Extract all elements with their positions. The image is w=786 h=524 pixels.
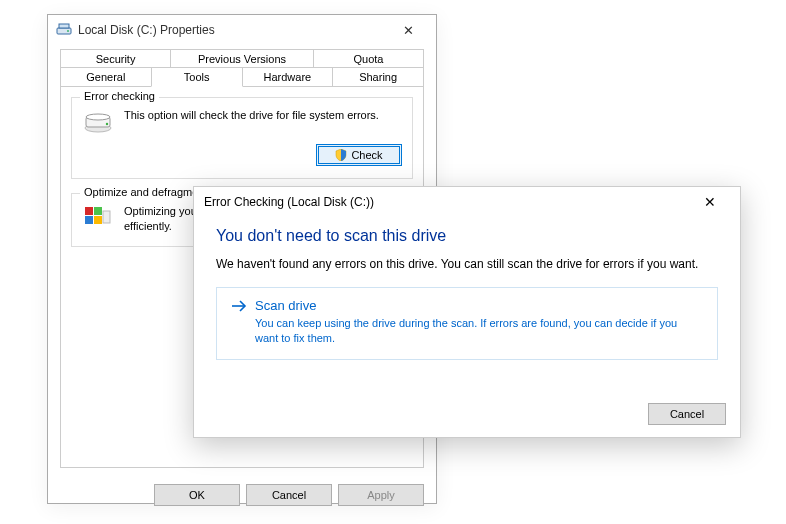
ok-button[interactable]: OK xyxy=(154,484,240,506)
svg-rect-1 xyxy=(59,24,69,28)
svg-rect-7 xyxy=(85,207,93,215)
tab-previous-versions[interactable]: Previous Versions xyxy=(170,49,314,68)
svg-rect-8 xyxy=(94,207,102,215)
group-error-checking-legend: Error checking xyxy=(80,90,159,102)
group-error-checking: Error checking This option will check th… xyxy=(71,97,413,179)
error-checking-desc: This option will check the drive for fil… xyxy=(124,108,402,123)
properties-title: Local Disk (C:) Properties xyxy=(78,23,388,37)
shield-icon xyxy=(335,149,347,161)
tab-sharing[interactable]: Sharing xyxy=(332,67,424,87)
drive-check-icon xyxy=(82,108,114,136)
error-checking-titlebar[interactable]: Error Checking (Local Disk (C:)) ✕ xyxy=(194,187,740,217)
scan-drive-sub: You can keep using the drive during the … xyxy=(255,316,703,347)
tabs-area: Security Previous Versions Quota General… xyxy=(48,45,436,87)
svg-rect-11 xyxy=(103,211,110,223)
svg-rect-10 xyxy=(94,216,102,224)
error-cancel-button[interactable]: Cancel xyxy=(648,403,726,425)
tab-hardware[interactable]: Hardware xyxy=(242,67,334,87)
svg-point-2 xyxy=(67,30,69,32)
check-button[interactable]: Check xyxy=(316,144,402,166)
arrow-right-icon xyxy=(231,299,247,313)
close-icon[interactable]: ✕ xyxy=(388,23,428,38)
error-checking-title: Error Checking (Local Disk (C:)) xyxy=(204,195,690,209)
tab-general[interactable]: General xyxy=(60,67,152,87)
properties-buttons: OK Cancel Apply xyxy=(48,476,436,516)
error-checking-dialog: Error Checking (Local Disk (C:)) ✕ You d… xyxy=(193,186,741,438)
tab-security[interactable]: Security xyxy=(60,49,171,68)
cancel-button[interactable]: Cancel xyxy=(246,484,332,506)
tab-tools[interactable]: Tools xyxy=(151,67,243,87)
svg-rect-9 xyxy=(85,216,93,224)
defrag-icon xyxy=(82,204,114,232)
tab-quota[interactable]: Quota xyxy=(313,49,424,68)
scan-drive-option[interactable]: Scan drive You can keep using the drive … xyxy=(216,287,718,360)
scan-drive-label: Scan drive xyxy=(255,298,316,313)
apply-button[interactable]: Apply xyxy=(338,484,424,506)
svg-point-6 xyxy=(106,123,108,125)
drive-icon xyxy=(56,22,72,38)
error-checking-heading: You don't need to scan this drive xyxy=(216,227,718,245)
check-button-label: Check xyxy=(351,149,382,161)
svg-point-5 xyxy=(86,114,110,120)
error-checking-message: We haven't found any errors on this driv… xyxy=(216,257,718,271)
properties-titlebar[interactable]: Local Disk (C:) Properties ✕ xyxy=(48,15,436,45)
close-icon[interactable]: ✕ xyxy=(690,194,730,210)
